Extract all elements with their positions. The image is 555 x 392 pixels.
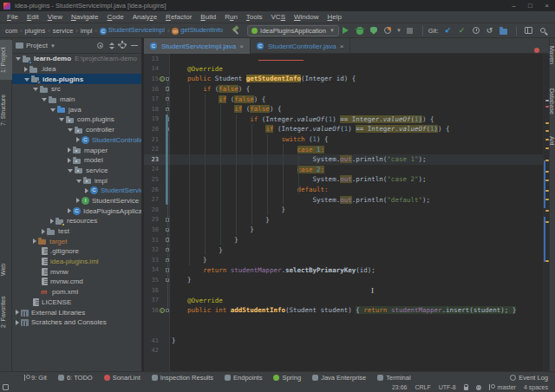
stripe-button-maven[interactable]: Maven: [549, 40, 555, 71]
breadcrumb-item[interactable]: com: [5, 27, 17, 35]
indent-info[interactable]: 4 spaces: [524, 384, 548, 390]
chevron-collapsed-icon[interactable]: [85, 188, 88, 193]
chevron-collapsed-icon[interactable]: [24, 67, 28, 72]
caret-position[interactable]: 23:66: [392, 384, 408, 390]
project-panel-header[interactable]: Project ▼: [12, 38, 141, 54]
build-hammer-icon[interactable]: [232, 26, 240, 35]
stop-button[interactable]: [404, 24, 416, 36]
chevron-collapsed-icon[interactable]: [76, 198, 80, 203]
stripe-button-1-project[interactable]: 1: Project: [0, 40, 12, 80]
chevron-collapsed-icon[interactable]: [68, 158, 71, 163]
tree-item-studentcontroller[interactable]: CStudentController: [12, 135, 141, 146]
chevron-collapsed-icon[interactable]: [16, 320, 19, 325]
tree-item-pom-xml[interactable]: mpom.xml: [12, 287, 141, 297]
tree-item-license[interactable]: LICENSE: [12, 297, 141, 308]
tree-item-mapper[interactable]: mapper: [12, 145, 141, 155]
search-everywhere-button[interactable]: [537, 24, 549, 36]
line-separator[interactable]: CRLF: [415, 384, 430, 390]
tree-item-resources[interactable]: resources: [12, 216, 141, 226]
tree-item-controller[interactable]: controller: [12, 125, 141, 135]
menu-help[interactable]: Help: [323, 13, 345, 21]
chevron-collapsed-icon[interactable]: [50, 219, 54, 224]
collapse-all-icon[interactable]: [108, 42, 114, 49]
toolwindow-button-java-enterprise[interactable]: Java Enterprise: [312, 374, 366, 382]
toolwindow-button-terminal[interactable]: Terminal: [377, 374, 410, 382]
debug-button[interactable]: [354, 24, 366, 36]
toolwindow-button-inspection-results[interactable]: Inspection Results: [152, 374, 213, 382]
changes-button[interactable]: [498, 24, 510, 36]
file-encoding[interactable]: UTF-8: [439, 384, 456, 390]
tree-item-scratches-and-consoles[interactable]: Scratches and Consoles: [12, 317, 141, 328]
menu-view[interactable]: View: [43, 13, 67, 21]
breadcrumb-item[interactable]: plugins: [25, 27, 46, 35]
tree-item-impl[interactable]: impl: [12, 175, 141, 186]
tree-item-target[interactable]: target: [12, 236, 141, 246]
tree-item-mvnw-cmd[interactable]: mvnw.cmd: [12, 277, 141, 287]
update-project-button[interactable]: ↙: [442, 24, 454, 36]
revert-button[interactable]: ↺: [484, 24, 496, 36]
tree-item-service[interactable]: service: [12, 166, 141, 176]
close-icon[interactable]: ×: [340, 42, 344, 50]
breadcrumb-item[interactable]: impl: [81, 27, 93, 35]
menu-run[interactable]: Run: [220, 13, 242, 21]
run-button[interactable]: [340, 24, 352, 36]
chevron-collapsed-icon[interactable]: [16, 310, 19, 315]
tree-item-external-libraries[interactable]: External Libraries: [12, 307, 141, 317]
layout-button[interactable]: [523, 24, 535, 36]
toolwindow-button-spring[interactable]: Spring: [273, 374, 301, 382]
tree-item-studentserviceimpl[interactable]: CStudentServiceImpl: [12, 186, 141, 196]
toolwindow-button-9-git[interactable]: 9: Git: [24, 374, 47, 382]
chevron-collapsed-icon[interactable]: [76, 137, 80, 142]
toolwindow-button-endpoints[interactable]: Endpoints: [225, 374, 262, 382]
editor-tab[interactable]: CStudentController.java×: [251, 38, 350, 54]
chevron-expanded-icon[interactable]: [16, 57, 21, 61]
chevron-down-icon[interactable]: ▼: [396, 28, 402, 33]
toolwindow-button-event-log[interactable]: Event Log: [510, 374, 548, 382]
overrides-icon[interactable]: ↑: [160, 308, 165, 313]
menu-analyze[interactable]: Analyze: [128, 13, 161, 21]
tree-item-model[interactable]: model: [12, 155, 141, 166]
history-button[interactable]: [470, 24, 482, 36]
toolwindow-toggle-icon[interactable]: [3, 384, 9, 390]
stripe-button-database[interactable]: Database: [549, 80, 555, 123]
chevron-collapsed-icon[interactable]: [33, 238, 36, 244]
menu-window[interactable]: Window: [290, 13, 323, 21]
profiler-button[interactable]: [382, 24, 394, 36]
tree-item-com-plugins[interactable]: com.plugins: [12, 114, 141, 125]
chevron-expanded-icon[interactable]: [68, 169, 73, 173]
breadcrumb-item[interactable]: service: [53, 27, 74, 35]
chevron-expanded-icon[interactable]: [33, 88, 38, 91]
tree-item-idea-plugins-iml[interactable]: idea-plugins.iml: [12, 257, 141, 267]
tree-item-mvnw[interactable]: mvnw: [12, 266, 141, 277]
tree-item-studentservice[interactable]: IStudentService: [12, 196, 141, 206]
chevron-expanded-icon[interactable]: [50, 108, 56, 112]
tree-item-learn-demo[interactable]: learn-demoE:\project\learn-demo: [12, 54, 141, 64]
run-config-select[interactable]: IdeaPluginsApplication ▼: [247, 25, 339, 36]
menu-vcs[interactable]: VCS: [267, 13, 290, 21]
tree-item-main[interactable]: main: [12, 95, 141, 105]
stripe-button-2-favorites[interactable]: 2: Favorites: [0, 286, 12, 338]
inspection-error-indicator[interactable]: [534, 48, 539, 53]
fold-marker[interactable]: [166, 309, 170, 313]
menu-tools[interactable]: Tools: [242, 13, 267, 21]
close-icon[interactable]: ×: [239, 42, 244, 50]
menu-navigate[interactable]: Navigate: [67, 13, 103, 21]
tree-item-test[interactable]: test: [12, 226, 141, 237]
chevron-collapsed-icon[interactable]: [68, 147, 71, 153]
chevron-collapsed-icon[interactable]: [42, 229, 45, 234]
stripe-button-7-structure[interactable]: 7: Structure: [0, 85, 12, 135]
code-editor[interactable]: 1314 @Override15↑ public Student getStud…: [144, 54, 543, 371]
chevron-collapsed-icon[interactable]: [68, 208, 71, 213]
tree-item-idea-plugins[interactable]: idea-plugins: [12, 74, 141, 84]
overrides-icon[interactable]: ↑: [160, 76, 165, 82]
hide-panel-icon[interactable]: [131, 45, 138, 47]
chevron-expanded-icon[interactable]: [24, 78, 29, 82]
menu-refactor[interactable]: Refactor: [161, 13, 196, 21]
minimize-button[interactable]: –: [506, 0, 522, 11]
tree-item-src[interactable]: src: [12, 84, 141, 95]
menu-code[interactable]: Code: [103, 13, 128, 21]
chevron-expanded-icon[interactable]: [42, 98, 47, 101]
tree-item-java[interactable]: java: [12, 104, 141, 114]
menu-edit[interactable]: Edit: [23, 13, 43, 21]
chevron-expanded-icon[interactable]: [68, 128, 73, 132]
